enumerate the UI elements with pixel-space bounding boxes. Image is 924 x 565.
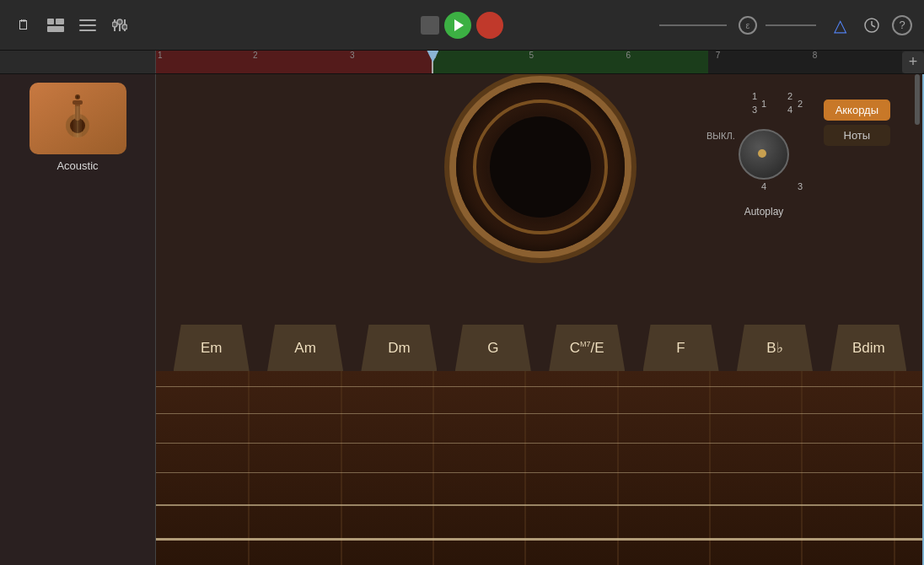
new-button[interactable]: 🗒	[12, 13, 35, 37]
track-panel: Acoustic	[0, 74, 156, 565]
svg-rect-1	[56, 19, 64, 24]
fret-sep-7	[801, 371, 803, 565]
knob-area: ВЫКЛ. 1 2 3 4	[739, 112, 789, 180]
timeline-num-1: 1	[158, 51, 163, 60]
timeline-num-5: 5	[529, 51, 535, 60]
string-3	[156, 443, 924, 444]
fret-sep-3	[432, 371, 434, 565]
timeline-bar[interactable]: 1 2 3 4 5 6 7 8	[156, 51, 902, 73]
add-track-button[interactable]: +	[902, 51, 924, 73]
guitar-icon	[52, 94, 103, 144]
toolbar-right: ε △ ?	[659, 13, 912, 37]
chords-row: Em Am Dm G CM7/E F B♭ Bdim	[156, 325, 924, 371]
autoplay-label: Autoplay	[744, 206, 784, 218]
timeline-offset	[0, 51, 156, 73]
chord-bb[interactable]: B♭	[737, 325, 813, 371]
chord-cm7e[interactable]: CM7/E	[549, 325, 625, 371]
toolbar-center	[421, 12, 503, 39]
help-button[interactable]: ?	[892, 15, 912, 35]
track-thumbnail[interactable]	[30, 83, 126, 154]
knob-dot	[758, 149, 766, 158]
view-button[interactable]	[44, 13, 67, 37]
svg-point-11	[122, 24, 127, 30]
notes-mode-button[interactable]: Ноты	[824, 125, 890, 146]
string-6	[156, 538, 924, 541]
timeline-num-8: 8	[813, 51, 818, 60]
list-button[interactable]	[76, 13, 99, 37]
svg-line-14	[872, 25, 875, 27]
timeline-recorded-region	[156, 51, 432, 73]
toolbar: 🗒 ε △ ?	[0, 0, 924, 51]
mode-buttons: Аккорды Ноты	[824, 100, 890, 146]
chord-am[interactable]: Am	[267, 325, 343, 371]
fret-sep-2	[341, 371, 342, 565]
chord-bdim[interactable]: Bdim	[830, 325, 906, 371]
svg-rect-4	[79, 24, 96, 26]
chord-em[interactable]: Em	[174, 325, 250, 371]
string-5	[156, 504, 924, 506]
timeline: 1 2 3 4 5 6 7 8 +	[0, 51, 924, 74]
fret-sep-4	[524, 371, 526, 565]
record-button[interactable]	[476, 12, 503, 39]
instrument-area: 1 2 3 4 ВЫКЛ. 1 2 3 4 Autoplay	[156, 74, 924, 565]
guitar-soundhole-area	[431, 83, 650, 251]
autoplay-4-label: 4	[761, 181, 766, 191]
strings-area[interactable]	[156, 371, 924, 565]
fret-sep-8	[894, 371, 895, 565]
main-area: Acoustic 1 2 3 4 ВЫКЛ.	[0, 74, 924, 565]
chord-dm[interactable]: Dm	[361, 325, 437, 371]
timeline-loop-region	[432, 51, 707, 73]
svg-rect-3	[79, 19, 96, 21]
fret-sep-1	[248, 371, 250, 565]
stop-button[interactable]	[421, 16, 439, 35]
fret-sep-5	[617, 371, 619, 565]
svg-rect-2	[47, 26, 64, 32]
clock-button[interactable]	[860, 13, 884, 37]
svg-rect-18	[73, 100, 83, 105]
svg-point-25	[77, 95, 79, 98]
autoplay-off-label: ВЫКЛ.	[706, 131, 735, 141]
string-4	[156, 472, 924, 473]
timeline-num-6: 6	[626, 51, 631, 60]
autoplay-3-label: 3	[798, 181, 803, 191]
chord-f[interactable]: F	[643, 325, 719, 371]
play-button[interactable]	[444, 12, 471, 39]
string-2	[156, 413, 924, 414]
autoplay-knob[interactable]	[739, 129, 789, 180]
svg-rect-0	[47, 19, 54, 24]
svg-point-10	[117, 19, 122, 24]
chord-g[interactable]: G	[455, 325, 531, 371]
string-1	[156, 386, 924, 387]
svg-rect-5	[79, 30, 96, 31]
track-name: Acoustic	[56, 159, 98, 172]
scroll-indicator[interactable]	[915, 74, 920, 125]
timeline-num-7: 7	[716, 51, 721, 60]
autoplay-2-label: 2	[798, 99, 803, 109]
metronome-button[interactable]: △	[828, 13, 851, 37]
soundhole-outer	[456, 83, 625, 251]
chords-mode-button[interactable]: Аккорды	[824, 100, 890, 121]
autoplay-1-label: 1	[761, 99, 766, 109]
mixer-button[interactable]	[108, 13, 132, 37]
svg-point-9	[112, 22, 117, 27]
autoplay-section: 1 2 3 4 ВЫКЛ. 1 2 3 4 Autoplay	[739, 95, 789, 180]
timeline-num-3: 3	[350, 51, 355, 60]
timeline-num-2: 2	[253, 51, 258, 60]
toolbar-left: 🗒	[12, 13, 651, 37]
soundhole-inner	[490, 116, 591, 218]
fret-sep-6	[709, 371, 711, 565]
tempo-icon[interactable]: ε	[739, 16, 757, 35]
